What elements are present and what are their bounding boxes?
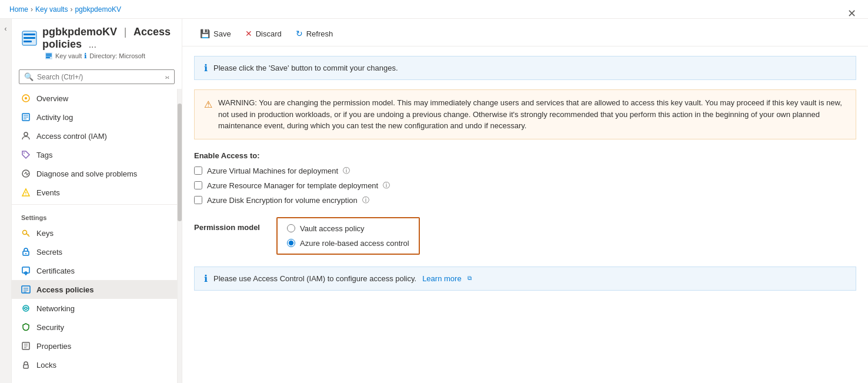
properties-icon: [21, 341, 31, 351]
sidebar-item-overview-label: Overview: [36, 94, 68, 103]
checkbox-arm[interactable]: [194, 181, 202, 189]
iam-icon: [21, 131, 31, 141]
sidebar-item-properties[interactable]: Properties: [12, 337, 177, 355]
info-banner-icon: ℹ: [204, 62, 208, 74]
breadcrumb-home[interactable]: Home: [9, 5, 28, 14]
toolbar: 💾 Save ✕ Discard ↻ Refresh: [194, 26, 856, 46]
svg-point-34: [25, 307, 27, 309]
save-button[interactable]: 💾 Save: [194, 26, 237, 41]
keys-icon: [21, 228, 31, 238]
checkbox-disk[interactable]: [194, 196, 202, 204]
breadcrumb-key-vaults[interactable]: Key vaults: [35, 5, 68, 14]
secrets-icon: [21, 247, 31, 257]
sidebar-item-tags[interactable]: Tags: [12, 145, 177, 164]
page-header: 💾 Save ✕ Discard ↻ Refresh: [182, 19, 868, 46]
permission-model-section: Permission model Vault access policy Azu…: [194, 217, 856, 255]
sidebar-item-access-policies-label: Access policies: [36, 285, 94, 294]
search-input[interactable]: [37, 73, 162, 81]
vm-help-icon[interactable]: ⓘ: [343, 166, 350, 176]
more-options[interactable]: ...: [89, 39, 96, 49]
sidebar-scrollbar[interactable]: [177, 89, 182, 383]
checkbox-arm-label: Azure Resource Manager for template depl…: [207, 181, 378, 190]
sidebar-item-properties-label: Properties: [36, 342, 71, 351]
search-icon: 🔍: [24, 72, 34, 81]
sidebar-item-security[interactable]: Security: [12, 318, 177, 337]
sidebar-item-activity-log[interactable]: Activity log: [12, 108, 177, 126]
radio-rbac-row: Azure role-based access control: [287, 239, 409, 248]
sidebar-item-networking-label: Networking: [36, 304, 75, 313]
sidebar-header: pgbkpdemoKV | Access policies ... Key va…: [12, 19, 182, 65]
checkbox-vm-label: Azure Virtual Machines for deployment: [207, 166, 338, 175]
breadcrumb: Home › Key vaults › pgbkpdemoKV: [0, 0, 868, 19]
sidebar-item-diagnose-label: Diagnose and solve problems: [36, 169, 137, 178]
sidebar-item-iam[interactable]: Access control (IAM): [12, 126, 177, 145]
sidebar-item-tags-label: Tags: [36, 151, 52, 159]
checkbox-disk-label: Azure Disk Encryption for volume encrypt…: [207, 196, 358, 205]
svg-point-10: [25, 97, 27, 99]
events-icon: [21, 188, 31, 197]
search-box: 🔍 ›‹: [19, 69, 175, 84]
radio-rbac-label: Azure role-based access control: [300, 239, 409, 248]
sidebar-item-security-label: Security: [36, 323, 64, 332]
save-icon: 💾: [200, 29, 210, 38]
svg-point-20: [25, 194, 26, 195]
content-area: 💾 Save ✕ Discard ↻ Refresh: [182, 19, 868, 383]
sidebar-item-access-policies[interactable]: Access policies: [12, 280, 177, 299]
checkbox-disk-row: Azure Disk Encryption for volume encrypt…: [194, 195, 856, 205]
info-banner-text: Please click the 'Save' button to commit…: [213, 64, 398, 72]
resource-subtitle: Key vault ℹ Directory: Microsoft: [45, 52, 172, 60]
sidebar-item-events[interactable]: Events: [12, 183, 177, 202]
breadcrumb-resource[interactable]: pgbkpdemoKV: [75, 5, 121, 14]
external-link-icon: ⧉: [468, 275, 472, 282]
svg-rect-6: [46, 54, 52, 55]
radio-rbac[interactable]: [287, 239, 295, 247]
sidebar-item-secrets[interactable]: Secrets: [12, 242, 177, 261]
arm-help-icon[interactable]: ⓘ: [383, 181, 390, 191]
permission-model-label: Permission model: [194, 223, 265, 232]
networking-icon: [21, 304, 31, 313]
sidebar-item-locks-label: Locks: [36, 361, 56, 369]
svg-point-15: [24, 132, 28, 136]
content-scroll: ℹ Please click the 'Save' button to comm…: [182, 46, 868, 383]
activity-log-icon: [21, 112, 31, 122]
sidebar-item-networking[interactable]: Networking: [12, 299, 177, 318]
sidebar-item-keys[interactable]: Keys: [12, 224, 177, 242]
close-button[interactable]: ✕: [843, 5, 861, 22]
sidebar-item-locks[interactable]: Locks: [12, 355, 177, 374]
radio-vault-label: Vault access policy: [300, 224, 365, 233]
warning-banner: ⚠ WARNING: You are changing the permissi…: [194, 89, 856, 139]
sidebar-item-certificates[interactable]: Certificates: [12, 261, 177, 280]
warning-banner-text: WARNING: You are changing the permission…: [218, 97, 846, 132]
sidebar-scroll-thumb: [178, 104, 182, 221]
security-icon: [21, 322, 31, 332]
learn-more-link[interactable]: Learn more: [422, 274, 461, 283]
sidebar-item-overview[interactable]: Overview: [12, 89, 177, 108]
refresh-icon: ↻: [296, 29, 303, 38]
refresh-button[interactable]: ↻ Refresh: [290, 26, 339, 41]
sidebar-item-diagnose[interactable]: Diagnose and solve problems: [12, 164, 177, 183]
info-icon[interactable]: ℹ: [84, 52, 87, 60]
access-policies-icon: [21, 285, 31, 294]
info-banner: ℹ Please click the 'Save' button to comm…: [194, 56, 856, 80]
sidebar-nav: Overview Activity log Access control (IA…: [12, 89, 182, 383]
nav-divider: [12, 204, 177, 205]
collapse-sidebar-btn[interactable]: ›‹: [165, 74, 169, 81]
svg-rect-8: [46, 57, 50, 58]
bottom-info-banner: ℹ Please use Access Control (IAM) to con…: [194, 267, 856, 291]
disk-help-icon[interactable]: ⓘ: [362, 195, 369, 205]
svg-rect-2: [24, 37, 35, 39]
sidebar-toggle[interactable]: ‹: [0, 19, 12, 383]
sidebar: pgbkpdemoKV | Access policies ... Key va…: [12, 19, 182, 383]
locks-icon: [21, 360, 31, 369]
svg-rect-7: [46, 55, 52, 56]
discard-icon: ✕: [245, 29, 252, 38]
checkbox-arm-row: Azure Resource Manager for template depl…: [194, 181, 856, 191]
radio-vault-row: Vault access policy: [287, 224, 409, 233]
discard-button[interactable]: ✕ Discard: [239, 26, 288, 41]
checkbox-vm[interactable]: [194, 166, 202, 175]
svg-point-25: [25, 253, 26, 254]
sidebar-item-certificates-label: Certificates: [36, 267, 75, 275]
svg-rect-41: [24, 365, 28, 368]
radio-vault[interactable]: [287, 224, 295, 232]
overview-icon: [21, 94, 31, 103]
